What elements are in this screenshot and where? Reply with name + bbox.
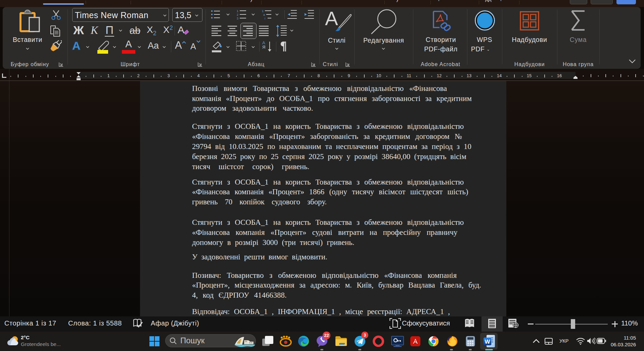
svg-text:2: 2 bbox=[237, 13, 238, 16]
svg-text:3: 3 bbox=[237, 17, 238, 19]
svg-text:1: 1 bbox=[262, 9, 264, 13]
svg-text:W: W bbox=[485, 339, 490, 345]
svg-text:i: i bbox=[265, 17, 265, 19]
svg-text:1: 1 bbox=[237, 9, 238, 13]
svg-text:a: a bbox=[263, 13, 265, 16]
